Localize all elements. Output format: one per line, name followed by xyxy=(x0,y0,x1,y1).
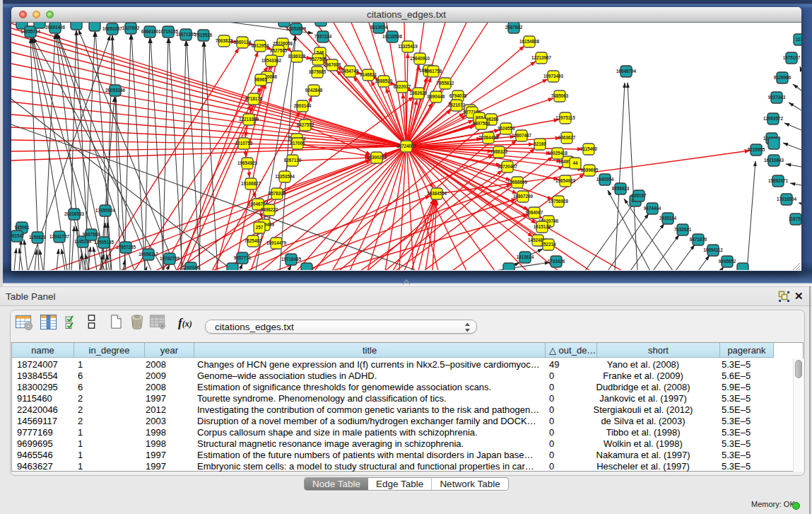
svg-text:6961758: 6961758 xyxy=(425,69,442,74)
svg-text:14055714: 14055714 xyxy=(20,29,41,34)
svg-text:8215955: 8215955 xyxy=(748,147,765,152)
svg-text:8578334: 8578334 xyxy=(269,191,286,196)
svg-text:10671355: 10671355 xyxy=(176,32,196,37)
svg-text:1621072: 1621072 xyxy=(448,103,466,107)
svg-text:7955812: 7955812 xyxy=(437,81,454,86)
svg-text:9245652: 9245652 xyxy=(719,259,736,264)
svg-text:939197: 939197 xyxy=(631,193,647,198)
svg-text:3624554: 3624554 xyxy=(498,126,515,131)
svg-text:991547: 991547 xyxy=(11,233,25,238)
svg-text:9397568: 9397568 xyxy=(83,232,100,237)
svg-text:16782759: 16782759 xyxy=(160,256,180,261)
svg-text:8471676: 8471676 xyxy=(690,237,707,242)
svg-text:7515526: 7515526 xyxy=(195,33,213,37)
svg-text:417006: 417006 xyxy=(290,141,305,146)
svg-text:10025418: 10025418 xyxy=(548,151,568,156)
svg-text:2935114: 2935114 xyxy=(659,216,677,221)
svg-text:12942757: 12942757 xyxy=(49,234,70,239)
svg-text:6794078: 6794078 xyxy=(449,93,467,98)
svg-text:16154808: 16154808 xyxy=(519,39,540,44)
svg-text:1733426: 1733426 xyxy=(548,259,565,264)
svg-text:9463627: 9463627 xyxy=(558,135,576,140)
svg-text:10543362: 10543362 xyxy=(261,58,282,63)
svg-text:9115460: 9115460 xyxy=(580,146,598,151)
svg-text:44: 44 xyxy=(572,160,578,165)
svg-text:12093572: 12093572 xyxy=(763,116,784,121)
svg-text:20691406: 20691406 xyxy=(45,25,66,30)
svg-text:10807487: 10807487 xyxy=(512,133,532,138)
svg-text:10654112: 10654112 xyxy=(703,247,723,252)
svg-text:2803144: 2803144 xyxy=(294,103,312,108)
svg-text:7357224: 7357224 xyxy=(314,34,332,39)
svg-text:9657771: 9657771 xyxy=(234,255,252,260)
svg-text:9474444: 9474444 xyxy=(644,206,661,211)
svg-text:1640954: 1640954 xyxy=(596,177,614,182)
svg-text:2588520: 2588520 xyxy=(375,78,393,83)
svg-text:116753: 116753 xyxy=(789,216,801,221)
svg-text:8990448: 8990448 xyxy=(428,94,445,99)
svg-text:12213967: 12213967 xyxy=(531,55,552,60)
svg-text:117: 117 xyxy=(796,37,801,42)
svg-text:19218506: 19218506 xyxy=(382,34,403,39)
svg-text:6497568: 6497568 xyxy=(473,121,490,126)
svg-text:2718176: 2718176 xyxy=(245,96,263,101)
svg-text:18807249: 18807249 xyxy=(513,194,534,199)
svg-text:9527505: 9527505 xyxy=(310,57,327,62)
svg-text:20206533: 20206533 xyxy=(64,211,85,216)
svg-text:8813054: 8813054 xyxy=(370,25,388,30)
svg-text:1575107: 1575107 xyxy=(783,55,801,60)
svg-text:9084067: 9084067 xyxy=(526,210,543,215)
svg-text:8427552: 8427552 xyxy=(297,122,314,127)
svg-text:16648794: 16648794 xyxy=(616,69,637,74)
svg-text:1615132: 1615132 xyxy=(534,224,551,229)
svg-text:7625402: 7625402 xyxy=(245,238,262,243)
svg-text:10973493: 10973493 xyxy=(543,74,564,78)
svg-text:62160: 62160 xyxy=(534,141,546,146)
svg-text:2687682: 2687682 xyxy=(505,25,523,30)
svg-text:9699695: 9699695 xyxy=(581,168,599,173)
svg-text:7485063: 7485063 xyxy=(551,93,569,98)
svg-text:20364436: 20364436 xyxy=(478,135,499,140)
svg-text:10653267: 10653267 xyxy=(102,26,123,31)
svg-text:11353594: 11353594 xyxy=(275,174,295,179)
svg-text:98965: 98965 xyxy=(254,77,267,82)
svg-text:9527505: 9527505 xyxy=(270,48,288,53)
svg-text:935061: 935061 xyxy=(14,225,30,230)
svg-text:1010755: 1010755 xyxy=(235,141,253,146)
svg-text:8912954: 8912954 xyxy=(252,43,269,48)
svg-text:9227343: 9227343 xyxy=(768,95,786,100)
svg-text:8322037: 8322037 xyxy=(394,84,411,89)
svg-text:7986322: 7986322 xyxy=(490,149,508,154)
svg-text:8454749: 8454749 xyxy=(341,69,359,74)
svg-text:8267130: 8267130 xyxy=(284,158,302,163)
svg-text:10958117: 10958117 xyxy=(139,252,158,257)
svg-text:3875685: 3875685 xyxy=(309,69,326,74)
svg-text:15300275: 15300275 xyxy=(367,155,387,160)
svg-text:8660124: 8660124 xyxy=(234,40,252,45)
svg-text:12975115: 12975115 xyxy=(555,115,575,120)
svg-text:7632621: 7632621 xyxy=(674,227,692,232)
svg-text:252214: 252214 xyxy=(541,242,556,247)
svg-text:19756928: 19756928 xyxy=(548,199,569,204)
svg-text:2967608: 2967608 xyxy=(324,62,341,67)
svg-text:19654923: 19654923 xyxy=(555,178,576,183)
svg-text:19716485: 19716485 xyxy=(281,257,302,262)
svg-text:16053809: 16053809 xyxy=(286,26,307,31)
svg-text:18724007: 18724007 xyxy=(396,144,417,148)
svg-text:20053346: 20053346 xyxy=(105,88,126,93)
svg-text:8498222: 8498222 xyxy=(261,207,278,212)
svg-text:7663822: 7663822 xyxy=(216,38,233,43)
svg-text:1413614: 1413614 xyxy=(517,255,534,259)
svg-text:1362620: 1362620 xyxy=(410,90,428,95)
svg-text:257: 257 xyxy=(256,225,264,230)
svg-text:15692971: 15692971 xyxy=(768,178,789,183)
svg-text:9242848: 9242848 xyxy=(305,88,323,93)
svg-text:12505135: 12505135 xyxy=(94,240,114,245)
svg-text:8958923: 8958923 xyxy=(612,186,630,191)
svg-text:19654923: 19654923 xyxy=(237,160,258,165)
svg-text:16914479: 16914479 xyxy=(266,240,287,245)
svg-text:9146821: 9146821 xyxy=(360,72,377,77)
svg-text:19384554: 19384554 xyxy=(427,191,447,196)
svg-text:15720407: 15720407 xyxy=(498,164,518,169)
svg-text:16210643: 16210643 xyxy=(764,158,784,163)
